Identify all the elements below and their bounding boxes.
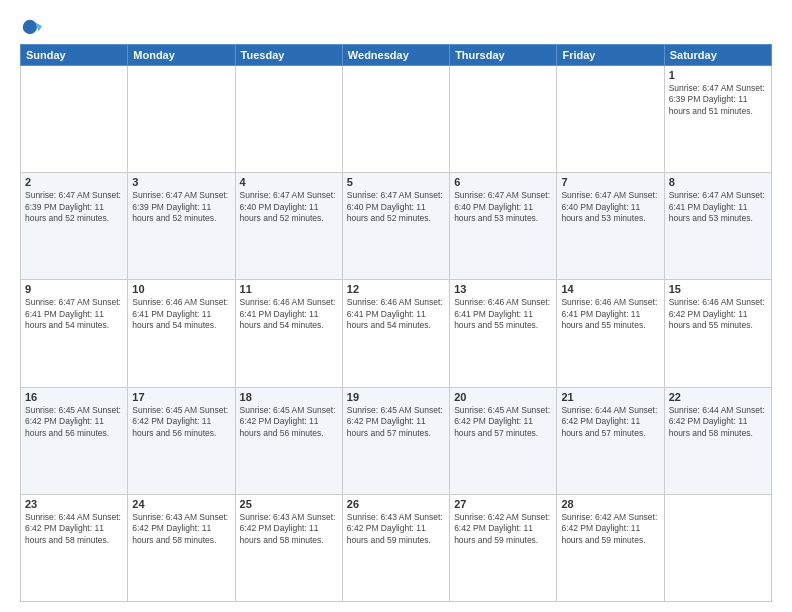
day-cell: 23Sunrise: 6:44 AM Sunset: 6:42 PM Dayli… (21, 494, 128, 601)
page: SundayMondayTuesdayWednesdayThursdayFrid… (0, 0, 792, 612)
day-cell (664, 494, 771, 601)
day-cell: 16Sunrise: 6:45 AM Sunset: 6:42 PM Dayli… (21, 387, 128, 494)
weekday-header-thursday: Thursday (450, 45, 557, 66)
day-info: Sunrise: 6:42 AM Sunset: 6:42 PM Dayligh… (561, 512, 659, 546)
day-cell: 9Sunrise: 6:47 AM Sunset: 6:41 PM Daylig… (21, 280, 128, 387)
day-cell: 15Sunrise: 6:46 AM Sunset: 6:42 PM Dayli… (664, 280, 771, 387)
weekday-header-sunday: Sunday (21, 45, 128, 66)
day-number: 13 (454, 283, 552, 295)
day-number: 2 (25, 176, 123, 188)
day-cell: 19Sunrise: 6:45 AM Sunset: 6:42 PM Dayli… (342, 387, 449, 494)
day-cell (21, 66, 128, 173)
weekday-header-tuesday: Tuesday (235, 45, 342, 66)
day-number: 11 (240, 283, 338, 295)
day-cell: 11Sunrise: 6:46 AM Sunset: 6:41 PM Dayli… (235, 280, 342, 387)
day-cell: 27Sunrise: 6:42 AM Sunset: 6:42 PM Dayli… (450, 494, 557, 601)
day-info: Sunrise: 6:44 AM Sunset: 6:42 PM Dayligh… (561, 405, 659, 439)
week-row-0: 1Sunrise: 6:47 AM Sunset: 6:39 PM Daylig… (21, 66, 772, 173)
day-number: 22 (669, 391, 767, 403)
weekday-header-monday: Monday (128, 45, 235, 66)
day-info: Sunrise: 6:45 AM Sunset: 6:42 PM Dayligh… (347, 405, 445, 439)
day-info: Sunrise: 6:45 AM Sunset: 6:42 PM Dayligh… (240, 405, 338, 439)
day-info: Sunrise: 6:45 AM Sunset: 6:42 PM Dayligh… (454, 405, 552, 439)
weekday-header-saturday: Saturday (664, 45, 771, 66)
day-number: 14 (561, 283, 659, 295)
day-cell: 8Sunrise: 6:47 AM Sunset: 6:41 PM Daylig… (664, 173, 771, 280)
day-cell: 28Sunrise: 6:42 AM Sunset: 6:42 PM Dayli… (557, 494, 664, 601)
day-cell: 5Sunrise: 6:47 AM Sunset: 6:40 PM Daylig… (342, 173, 449, 280)
day-number: 5 (347, 176, 445, 188)
day-cell: 10Sunrise: 6:46 AM Sunset: 6:41 PM Dayli… (128, 280, 235, 387)
day-info: Sunrise: 6:47 AM Sunset: 6:40 PM Dayligh… (561, 190, 659, 224)
day-number: 18 (240, 391, 338, 403)
day-number: 28 (561, 498, 659, 510)
day-number: 8 (669, 176, 767, 188)
day-number: 3 (132, 176, 230, 188)
day-cell: 6Sunrise: 6:47 AM Sunset: 6:40 PM Daylig… (450, 173, 557, 280)
day-info: Sunrise: 6:43 AM Sunset: 6:42 PM Dayligh… (347, 512, 445, 546)
day-cell: 20Sunrise: 6:45 AM Sunset: 6:42 PM Dayli… (450, 387, 557, 494)
weekday-header-friday: Friday (557, 45, 664, 66)
day-cell: 4Sunrise: 6:47 AM Sunset: 6:40 PM Daylig… (235, 173, 342, 280)
day-info: Sunrise: 6:47 AM Sunset: 6:39 PM Dayligh… (669, 83, 767, 117)
day-number: 12 (347, 283, 445, 295)
day-cell (235, 66, 342, 173)
day-number: 27 (454, 498, 552, 510)
day-number: 23 (25, 498, 123, 510)
day-number: 25 (240, 498, 338, 510)
day-info: Sunrise: 6:45 AM Sunset: 6:42 PM Dayligh… (132, 405, 230, 439)
day-cell: 13Sunrise: 6:46 AM Sunset: 6:41 PM Dayli… (450, 280, 557, 387)
day-info: Sunrise: 6:46 AM Sunset: 6:42 PM Dayligh… (669, 297, 767, 331)
day-number: 20 (454, 391, 552, 403)
calendar-table: SundayMondayTuesdayWednesdayThursdayFrid… (20, 44, 772, 602)
day-number: 26 (347, 498, 445, 510)
day-info: Sunrise: 6:44 AM Sunset: 6:42 PM Dayligh… (25, 512, 123, 546)
weekday-header-row: SundayMondayTuesdayWednesdayThursdayFrid… (21, 45, 772, 66)
day-cell: 25Sunrise: 6:43 AM Sunset: 6:42 PM Dayli… (235, 494, 342, 601)
day-cell: 21Sunrise: 6:44 AM Sunset: 6:42 PM Dayli… (557, 387, 664, 494)
day-number: 21 (561, 391, 659, 403)
day-info: Sunrise: 6:46 AM Sunset: 6:41 PM Dayligh… (561, 297, 659, 331)
day-info: Sunrise: 6:43 AM Sunset: 6:42 PM Dayligh… (132, 512, 230, 546)
day-number: 1 (669, 69, 767, 81)
day-cell (342, 66, 449, 173)
day-info: Sunrise: 6:45 AM Sunset: 6:42 PM Dayligh… (25, 405, 123, 439)
day-number: 17 (132, 391, 230, 403)
day-info: Sunrise: 6:47 AM Sunset: 6:40 PM Dayligh… (240, 190, 338, 224)
week-row-4: 23Sunrise: 6:44 AM Sunset: 6:42 PM Dayli… (21, 494, 772, 601)
day-info: Sunrise: 6:46 AM Sunset: 6:41 PM Dayligh… (454, 297, 552, 331)
logo-icon (20, 16, 42, 38)
day-info: Sunrise: 6:47 AM Sunset: 6:41 PM Dayligh… (25, 297, 123, 331)
day-cell: 17Sunrise: 6:45 AM Sunset: 6:42 PM Dayli… (128, 387, 235, 494)
day-info: Sunrise: 6:44 AM Sunset: 6:42 PM Dayligh… (669, 405, 767, 439)
week-row-1: 2Sunrise: 6:47 AM Sunset: 6:39 PM Daylig… (21, 173, 772, 280)
weekday-header-wednesday: Wednesday (342, 45, 449, 66)
week-row-2: 9Sunrise: 6:47 AM Sunset: 6:41 PM Daylig… (21, 280, 772, 387)
day-cell: 3Sunrise: 6:47 AM Sunset: 6:39 PM Daylig… (128, 173, 235, 280)
day-cell: 7Sunrise: 6:47 AM Sunset: 6:40 PM Daylig… (557, 173, 664, 280)
day-cell (128, 66, 235, 173)
day-number: 19 (347, 391, 445, 403)
day-number: 15 (669, 283, 767, 295)
day-cell: 22Sunrise: 6:44 AM Sunset: 6:42 PM Dayli… (664, 387, 771, 494)
day-info: Sunrise: 6:42 AM Sunset: 6:42 PM Dayligh… (454, 512, 552, 546)
day-cell (557, 66, 664, 173)
day-info: Sunrise: 6:43 AM Sunset: 6:42 PM Dayligh… (240, 512, 338, 546)
header (20, 16, 772, 38)
day-cell: 24Sunrise: 6:43 AM Sunset: 6:42 PM Dayli… (128, 494, 235, 601)
svg-point-0 (23, 20, 37, 34)
day-number: 24 (132, 498, 230, 510)
day-number: 10 (132, 283, 230, 295)
day-info: Sunrise: 6:47 AM Sunset: 6:40 PM Dayligh… (347, 190, 445, 224)
day-cell: 18Sunrise: 6:45 AM Sunset: 6:42 PM Dayli… (235, 387, 342, 494)
day-cell: 2Sunrise: 6:47 AM Sunset: 6:39 PM Daylig… (21, 173, 128, 280)
day-number: 16 (25, 391, 123, 403)
day-info: Sunrise: 6:47 AM Sunset: 6:39 PM Dayligh… (25, 190, 123, 224)
day-info: Sunrise: 6:47 AM Sunset: 6:39 PM Dayligh… (132, 190, 230, 224)
day-number: 4 (240, 176, 338, 188)
logo (20, 16, 44, 38)
day-cell: 12Sunrise: 6:46 AM Sunset: 6:41 PM Dayli… (342, 280, 449, 387)
week-row-3: 16Sunrise: 6:45 AM Sunset: 6:42 PM Dayli… (21, 387, 772, 494)
day-number: 6 (454, 176, 552, 188)
day-cell (450, 66, 557, 173)
